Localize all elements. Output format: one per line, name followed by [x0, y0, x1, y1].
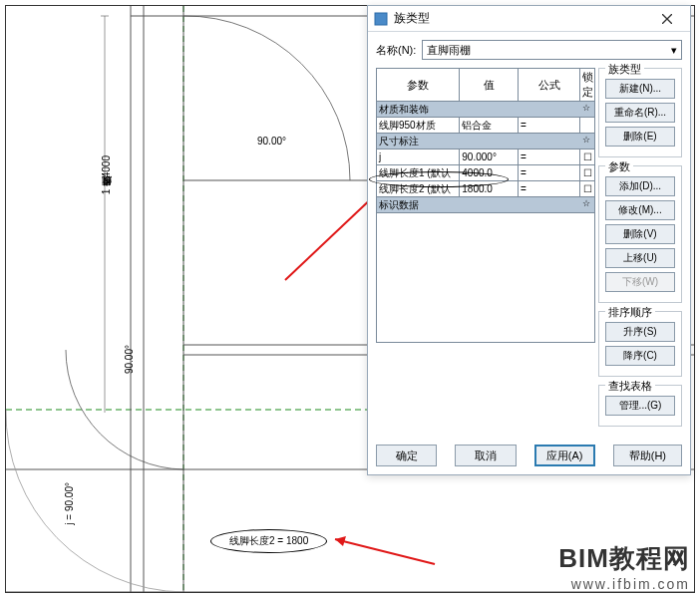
- close-button[interactable]: [648, 7, 686, 31]
- svg-marker-16: [335, 536, 346, 546]
- titlebar[interactable]: 族类型: [368, 6, 690, 32]
- close-icon: [662, 14, 672, 24]
- dialog-title: 族类型: [394, 10, 648, 27]
- grp-params: 参数: [605, 159, 633, 174]
- row-len2[interactable]: 线脚长度2 (默认 1800.0 = ☐: [377, 181, 595, 197]
- side-panel: 族类型 新建(N)... 重命名(R)... 删除(E) 参数 添加(D)...…: [598, 68, 682, 435]
- name-select[interactable]: 直脚雨棚 ▾: [422, 40, 682, 60]
- moveup-button[interactable]: 上移(U): [605, 248, 675, 268]
- delete-param-button[interactable]: 删除(V): [605, 224, 675, 244]
- angle-label-j: j = 90.00°: [64, 482, 75, 525]
- manage-button[interactable]: 管理...(G): [605, 396, 675, 416]
- new-type-button[interactable]: 新建(N)...: [605, 79, 675, 99]
- angle-label-1b: 90.00°: [124, 345, 135, 374]
- watermark: BIM教程网 www.ifbim.com: [558, 541, 690, 592]
- watermark-brand: BIM教程网: [558, 541, 690, 576]
- watermark-url: www.ifbim.com: [558, 576, 690, 592]
- add-param-button[interactable]: 添加(D)...: [605, 176, 675, 196]
- grp-famtype: 族类型: [605, 62, 644, 77]
- delete-type-button[interactable]: 删除(E): [605, 127, 675, 147]
- dimension-label-len1: 线脚长度1 = 4000: [100, 155, 114, 194]
- grp-lookup: 查找表格: [605, 379, 655, 394]
- family-types-dialog: 族类型 名称(N): 直脚雨棚 ▾ 参数 值 公式 锁定: [367, 5, 691, 475]
- help-button[interactable]: 帮助(H): [613, 445, 682, 466]
- svg-line-15: [335, 539, 435, 564]
- name-value: 直脚雨棚: [427, 43, 471, 58]
- group-dimensions[interactable]: 尺寸标注☆: [377, 134, 595, 150]
- ok-button[interactable]: 确定: [376, 445, 437, 466]
- parameter-table[interactable]: 参数 值 公式 锁定 材质和装饰☆ 线脚950材质 铝合金 = 尺寸标注☆ j: [376, 68, 595, 343]
- svg-line-13: [285, 192, 378, 280]
- table-blank: [377, 213, 595, 343]
- callout-len2: 线脚长度2 = 1800: [210, 529, 327, 553]
- asc-button[interactable]: 升序(S): [605, 322, 675, 342]
- col-param[interactable]: 参数: [377, 69, 460, 102]
- svg-rect-17: [375, 13, 387, 25]
- apply-button[interactable]: 应用(A): [534, 445, 595, 466]
- movedown-button[interactable]: 下移(W): [605, 272, 675, 292]
- name-label: 名称(N):: [376, 43, 416, 58]
- row-material[interactable]: 线脚950材质 铝合金 =: [377, 118, 595, 134]
- row-len1[interactable]: 线脚长度1 (默认 4000.0 = ☐: [377, 165, 595, 181]
- col-lock[interactable]: 锁定: [580, 69, 595, 102]
- rename-type-button[interactable]: 重命名(R)...: [605, 103, 675, 123]
- cancel-button[interactable]: 取消: [455, 445, 516, 466]
- group-materials[interactable]: 材质和装饰☆: [377, 102, 595, 118]
- grp-order: 排序顺序: [605, 305, 655, 320]
- chevron-down-icon: ▾: [671, 44, 677, 57]
- col-formula[interactable]: 公式: [519, 69, 580, 102]
- row-j[interactable]: j 90.000° = ☐: [377, 150, 595, 165]
- group-identity[interactable]: 标识数据☆: [377, 197, 595, 213]
- angle-label-1: 90.00°: [257, 136, 286, 147]
- col-value[interactable]: 值: [460, 69, 519, 102]
- desc-button[interactable]: 降序(C): [605, 346, 675, 366]
- app-icon: [374, 12, 388, 26]
- modify-param-button[interactable]: 修改(M)...: [605, 200, 675, 220]
